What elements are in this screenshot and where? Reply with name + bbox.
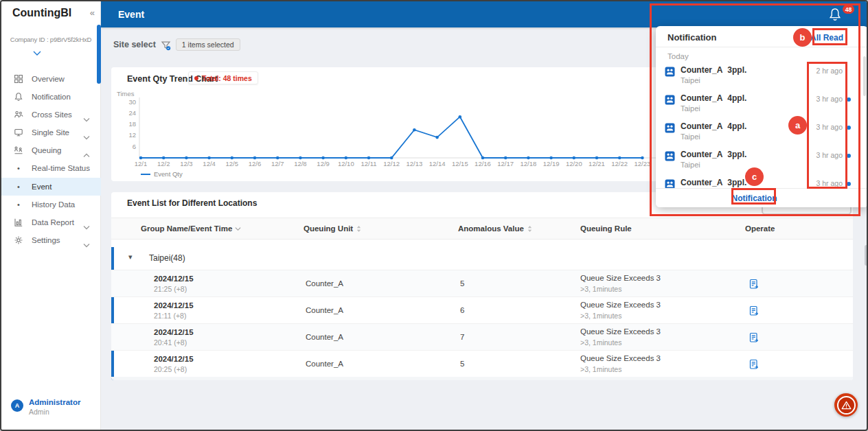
chevron-down-icon: [83, 220, 90, 225]
table-row[interactable]: 2024/12/1521:11 (+8)Counter_A6Queue Size…: [111, 297, 853, 324]
table-row[interactable]: 2024/12/1520:25 (+8)Counter_A5Queue Size…: [111, 351, 853, 377]
column-header-group-name-event-time[interactable]: Group Name/Event Time: [141, 224, 241, 233]
data-report-icon: [14, 218, 23, 227]
counter-event-icon: [665, 123, 675, 133]
sidebar-collapse-icon[interactable]: «: [90, 8, 95, 18]
sidebar-item-notification[interactable]: Notification: [1, 88, 101, 106]
sidebar-item-label: Real-time Status: [32, 164, 90, 172]
group-label: Taipei(48): [149, 253, 185, 263]
operate-document-icon[interactable]: [749, 305, 759, 316]
notification-footer-link[interactable]: Notification: [732, 194, 777, 203]
filter-funnel-icon[interactable]: [161, 40, 171, 51]
annotation-circle-b: b: [793, 28, 812, 47]
bullet-icon: •: [17, 200, 23, 209]
single-site-icon: [14, 128, 23, 137]
anomalous-value: 6: [460, 306, 464, 314]
operate-document-icon[interactable]: [749, 359, 759, 370]
unread-dot-icon: [847, 154, 851, 158]
column-header-operate: Operate: [745, 224, 775, 233]
sidebar-scrollbar-thumb[interactable]: [97, 25, 101, 84]
sidebar-item-label: Data Report: [32, 218, 74, 226]
svg-text:12/22: 12/22: [611, 160, 628, 167]
unread-dot-icon: [847, 97, 851, 102]
sidebar-item-label: Overview: [32, 75, 65, 83]
unread-dot-icon: [847, 182, 851, 186]
company-chevron-down-icon[interactable]: [32, 47, 42, 53]
svg-text:18: 18: [128, 120, 136, 128]
queuing-icon: [14, 145, 23, 155]
svg-text:12/17: 12/17: [497, 160, 514, 167]
queuing-unit: Counter_A: [306, 360, 343, 368]
queuing-rule-detail: >3, 1minutes: [580, 285, 621, 293]
sidebar-item-data-report[interactable]: Data Report: [1, 213, 101, 231]
notification-bell-icon[interactable]: [827, 7, 844, 23]
column-header-anomalous-value[interactable]: Anomalous Value: [458, 224, 533, 233]
sidebar-item-queuing[interactable]: Queuing: [1, 141, 101, 159]
warning-triangle-icon: [837, 396, 856, 415]
notification-count: 3ppl.: [727, 178, 746, 187]
sidebar-item-history-data[interactable]: •History Data: [1, 196, 101, 213]
queuing-rule-detail: >3, 1minutes: [580, 365, 621, 373]
svg-text:12/11: 12/11: [361, 160, 376, 167]
notification-item[interactable]: Counter_A3ppl.Taipei2 hr ago: [656, 65, 868, 93]
table-group-row[interactable]: ▾ Taipei(48): [111, 247, 853, 270]
chevron-up-icon: [83, 148, 90, 153]
sort-both-icon[interactable]: [356, 224, 362, 233]
bullet-icon: •: [17, 183, 23, 191]
svg-text:24: 24: [128, 109, 136, 117]
sidebar-item-event[interactable]: •Event: [1, 178, 101, 196]
chevron-down-icon: [83, 113, 90, 117]
total-badge: Total: 48 times: [188, 71, 258, 84]
notification-location: Taipei: [681, 161, 700, 169]
bell-icon: [14, 92, 23, 102]
notification-title: Counter_A4ppl.: [681, 93, 746, 103]
user-box[interactable]: A Administrator Admin: [1, 398, 101, 423]
column-header-queuing-unit[interactable]: Queuing Unit: [304, 224, 362, 233]
column-label: Anomalous Value: [458, 224, 524, 233]
svg-text:12/10: 12/10: [338, 160, 354, 167]
notification-unit: Counter_A: [681, 150, 722, 159]
today-section-label: Today: [667, 52, 689, 60]
queuing-unit: Counter_A: [306, 306, 343, 314]
counter-event-icon: [665, 67, 675, 77]
sort-down-icon[interactable]: [235, 224, 241, 233]
queuing-unit: Counter_A: [306, 333, 343, 341]
queuing-unit: Counter_A: [306, 279, 343, 288]
top-header-bar: Event 48: [101, 1, 867, 27]
group-expand-icon[interactable]: ▾: [128, 253, 133, 261]
table-title: Event List for Different Locations: [127, 198, 257, 208]
items-selected-chip[interactable]: 1 items selected: [176, 38, 240, 51]
svg-text:12/8: 12/8: [294, 160, 307, 167]
svg-text:Times: Times: [117, 90, 135, 97]
sort-both-icon[interactable]: [527, 224, 533, 233]
notification-location: Taipei: [681, 76, 700, 84]
notification-time: 3 hr ago: [776, 151, 843, 159]
table-header-row: Group Name/Event TimeQueuing UnitAnomalo…: [111, 218, 853, 240]
svg-text:12/18: 12/18: [521, 160, 537, 167]
all-read-link[interactable]: All Read: [810, 33, 843, 43]
operate-document-icon[interactable]: [749, 279, 759, 290]
event-time: 21:11 (+8): [154, 312, 186, 320]
notification-item[interactable]: Counter_A4ppl.Taipei3 hr ago: [656, 93, 868, 121]
cross-sites-icon: [14, 110, 23, 119]
notification-item[interactable]: Counter_A4ppl.Taipei3 hr ago: [656, 121, 868, 149]
alert-floating-button[interactable]: [834, 393, 858, 417]
svg-text:12/15: 12/15: [452, 160, 468, 167]
column-label: Group Name/Event Time: [141, 224, 232, 233]
notification-title: Counter_A3ppl.: [681, 65, 746, 75]
notification-count: 3ppl.: [727, 150, 746, 159]
page-scrollbar-thumb[interactable]: [865, 245, 868, 266]
popup-scrollbar-thumb[interactable]: [863, 56, 866, 96]
sidebar-item-single-site[interactable]: Single Site: [1, 124, 101, 141]
sidebar-item-real-time-status[interactable]: •Real-time Status: [1, 159, 101, 177]
sidebar-item-overview[interactable]: Overview: [1, 70, 101, 88]
sidebar-item-cross-sites[interactable]: Cross Sites: [1, 106, 101, 124]
operate-document-icon[interactable]: [749, 332, 759, 343]
anomalous-value: 5: [460, 279, 464, 288]
svg-text:12/13: 12/13: [407, 160, 423, 167]
table-row[interactable]: 2024/12/1520:41 (+8)Counter_A7Queue Size…: [111, 324, 853, 351]
counter-event-icon: [665, 95, 675, 105]
sidebar-item-settings[interactable]: Settings: [1, 231, 101, 249]
table-row[interactable]: 2024/12/1521:25 (+8)Counter_A5Queue Size…: [111, 270, 853, 297]
anomalous-value: 5: [460, 360, 464, 368]
